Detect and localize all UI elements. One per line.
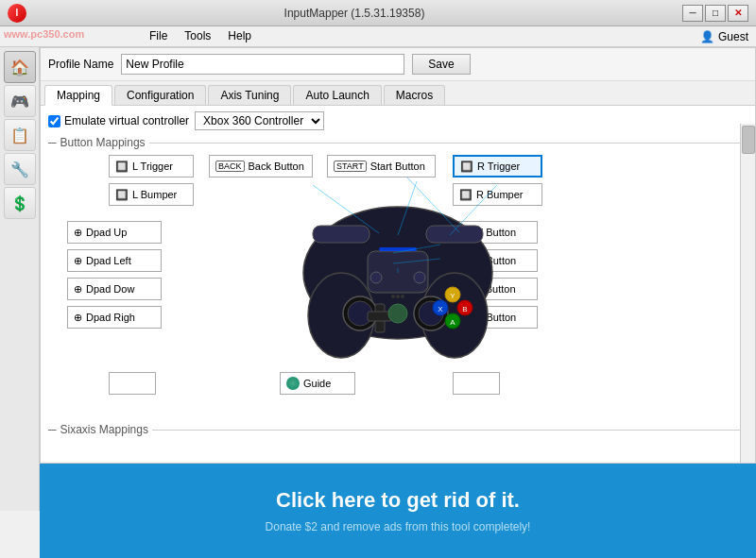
maximize-button[interactable]: □ bbox=[705, 5, 726, 22]
mappings-layout: 🔲 L Trigger BACK Back Button START Start… bbox=[48, 155, 747, 419]
controller-image: Y B A X bbox=[284, 174, 511, 363]
section-line2 bbox=[152, 430, 747, 431]
dpad-left-icon: ⊕ bbox=[74, 255, 82, 267]
section-dash2: ─ bbox=[48, 423, 57, 436]
emulate-checkbox[interactable] bbox=[48, 115, 60, 127]
btn-guide[interactable]: Guide bbox=[280, 372, 355, 395]
svg-point-7 bbox=[370, 272, 382, 283]
tab-configuration[interactable]: Configuration bbox=[114, 85, 206, 105]
tab-macros[interactable]: Macros bbox=[384, 85, 445, 105]
dpad-down-icon: ⊕ bbox=[74, 283, 82, 296]
menu-help[interactable]: Help bbox=[220, 27, 259, 44]
close-button[interactable]: ✕ bbox=[728, 5, 748, 22]
profile-label: Profile Name bbox=[48, 58, 113, 71]
dpad-up-icon: ⊕ bbox=[74, 227, 82, 239]
controller-type-select[interactable]: Xbox 360 Controller bbox=[195, 111, 324, 130]
scrollbar-thumb[interactable] bbox=[742, 126, 755, 154]
svg-rect-4 bbox=[426, 226, 483, 243]
btn-dpad-up[interactable]: ⊕ Dpad Up bbox=[67, 221, 162, 244]
sidebar-list[interactable]: 📋 bbox=[4, 119, 36, 151]
tab-content: Emulate virtual controller Xbox 360 Cont… bbox=[41, 106, 755, 445]
guide-icon bbox=[286, 377, 300, 390]
btn-dpad-right[interactable]: ⊕ Dpad Righ bbox=[67, 306, 162, 329]
emulate-checkbox-label[interactable]: Emulate virtual controller bbox=[48, 114, 189, 127]
tab-auto-launch[interactable]: Auto Launch bbox=[293, 85, 381, 105]
emulate-label: Emulate virtual controller bbox=[64, 114, 189, 127]
svg-point-26 bbox=[396, 295, 400, 298]
minimize-button[interactable]: ─ bbox=[682, 5, 703, 22]
l-trigger-icon: 🔲 bbox=[115, 161, 129, 173]
dpad-right-icon: ⊕ bbox=[74, 312, 82, 324]
btn-right-empty1[interactable] bbox=[453, 372, 500, 395]
back-icon: BACK bbox=[215, 161, 245, 172]
title-bar: I InputMapper (1.5.31.19358) ─ □ ✕ bbox=[0, 0, 756, 26]
ad-area[interactable]: Click here to get rid of it. Donate $2 a… bbox=[40, 464, 756, 558]
r-trigger-icon: 🔲 bbox=[460, 161, 473, 173]
ad-main-text[interactable]: Click here to get rid of it. bbox=[276, 488, 520, 513]
section-title-button-mappings: Button Mappings bbox=[60, 136, 146, 149]
l-bumper-icon: 🔲 bbox=[115, 189, 129, 201]
menu-bar: File Tools Help bbox=[0, 26, 700, 47]
sidebar-tools[interactable]: 🔧 bbox=[4, 153, 36, 185]
user-name: Guest bbox=[718, 30, 748, 43]
svg-text:X: X bbox=[438, 305, 443, 313]
start-icon: START bbox=[334, 161, 367, 172]
btn-l-bumper[interactable]: 🔲 L Bumper bbox=[109, 183, 194, 206]
section-line bbox=[149, 143, 747, 144]
btn-left-empty1[interactable] bbox=[109, 372, 156, 395]
profile-name-input[interactable] bbox=[121, 54, 404, 75]
main-content: Profile Name Save Mapping Configuration … bbox=[40, 47, 756, 464]
section-dash: ─ bbox=[48, 136, 57, 149]
svg-text:Y: Y bbox=[450, 292, 455, 300]
btn-dpad-down[interactable]: ⊕ Dpad Dow bbox=[67, 278, 162, 300]
app-logo: I bbox=[8, 4, 26, 23]
btn-dpad-left[interactable]: ⊕ Dpad Left bbox=[67, 249, 162, 272]
ad-sub-text: Donate $2 and remove ads from this tool … bbox=[266, 520, 531, 533]
svg-rect-24 bbox=[379, 247, 417, 251]
svg-text:B: B bbox=[462, 305, 467, 313]
svg-point-25 bbox=[391, 295, 395, 298]
profile-bar: Profile Name Save bbox=[41, 48, 755, 81]
window-title: InputMapper (1.5.31.19358) bbox=[26, 7, 682, 20]
tab-axis-tuning[interactable]: Axis Tuning bbox=[208, 85, 291, 105]
sixaxis-mappings-header: ─ Sixaxis Mappings bbox=[48, 423, 747, 436]
svg-point-8 bbox=[414, 272, 425, 283]
emulate-row: Emulate virtual controller Xbox 360 Cont… bbox=[48, 111, 747, 130]
svg-text:A: A bbox=[450, 318, 455, 327]
sidebar-gamepad[interactable]: 🎮 bbox=[4, 85, 36, 117]
button-mappings-header: ─ Button Mappings bbox=[48, 136, 747, 149]
section-title-sixaxis: Sixaxis Mappings bbox=[60, 423, 148, 436]
scrollbar[interactable] bbox=[740, 124, 755, 463]
menu-file[interactable]: File bbox=[142, 27, 175, 44]
tabs: Mapping Configuration Axis Tuning Auto L… bbox=[41, 81, 755, 106]
svg-point-23 bbox=[388, 304, 407, 323]
sidebar-home[interactable]: 🏠 bbox=[4, 51, 36, 83]
user-icon: 👤 bbox=[700, 30, 714, 43]
sidebar-dollar[interactable]: 💲 bbox=[4, 187, 36, 219]
tab-mapping[interactable]: Mapping bbox=[44, 85, 112, 106]
save-button[interactable]: Save bbox=[412, 54, 470, 75]
svg-point-27 bbox=[401, 295, 404, 298]
menu-tools[interactable]: Tools bbox=[177, 27, 218, 44]
sidebar: 🏠 🎮 📋 🔧 💲 bbox=[0, 47, 40, 511]
window-controls: ─ □ ✕ bbox=[682, 5, 748, 22]
svg-rect-3 bbox=[313, 226, 369, 243]
btn-l-trigger[interactable]: 🔲 L Trigger bbox=[109, 155, 194, 178]
